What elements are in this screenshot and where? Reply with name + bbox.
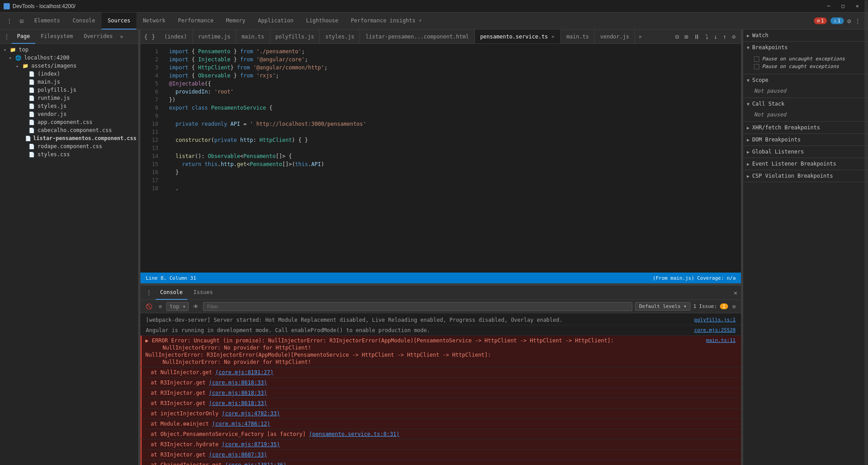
filter-toggle-icon[interactable]: ⊘ bbox=[157, 303, 164, 311]
section-call-stack-header[interactable]: ▼ Call Stack bbox=[743, 98, 868, 110]
tab-sources[interactable]: Sources bbox=[102, 13, 137, 30]
more-tabs-button[interactable]: » bbox=[635, 34, 645, 40]
section-global-header[interactable]: ▶ Global Listeners bbox=[743, 146, 868, 158]
tree-item-cabecalho-css[interactable]: ▸ 📄 cabecalho.component.css bbox=[0, 126, 138, 134]
eye-icon[interactable]: 👁 bbox=[191, 303, 200, 311]
tree-item-listar-css[interactable]: ▸ 📄 listar-pensamentos.component.css bbox=[0, 134, 138, 142]
format-button[interactable]: { } bbox=[140, 33, 159, 40]
xhr-label: XHR/fetch Breakpoints bbox=[752, 124, 820, 131]
pause-icon[interactable]: ⏸ bbox=[692, 32, 702, 41]
tree-item-styles-js[interactable]: ▸ 📄 styles.js bbox=[0, 102, 138, 110]
tab-network[interactable]: Network bbox=[136, 13, 172, 30]
tree-item-app-css[interactable]: ▸ 📄 app.component.css bbox=[0, 118, 138, 126]
tab-performance[interactable]: Performance bbox=[172, 13, 220, 30]
tree-item-vendor-js[interactable]: ▸ 📄 vendor.js bbox=[0, 110, 138, 118]
console-line-right-polyfills[interactable]: polyfills.js:1 bbox=[694, 316, 736, 324]
close-pensamento-tab[interactable]: ✕ bbox=[550, 34, 555, 39]
link-core-8618-1[interactable]: (core.mjs:8618:33) bbox=[209, 380, 267, 386]
step-over-icon[interactable]: ⤵ bbox=[703, 32, 710, 41]
link-core-8607[interactable]: (core.mjs:8607:33) bbox=[209, 452, 267, 458]
console-settings-icon[interactable]: ⚙ bbox=[731, 303, 737, 311]
editor-tab-runtime[interactable]: runtime.js bbox=[193, 30, 236, 44]
section-dom-header[interactable]: ▶ DOM Breakpoints bbox=[743, 134, 868, 145]
main-tab-bar: ⋮ ⊡ Elements Console Sources Network Per… bbox=[0, 13, 868, 30]
error-expand-icon[interactable]: ▶ bbox=[145, 337, 152, 344]
more-subtabs[interactable]: » bbox=[118, 34, 125, 40]
tree-item-assets[interactable]: ▸ 📁 assets/imagens bbox=[0, 62, 138, 70]
tree-item-rodape-css[interactable]: ▸ 📄 rodape.component.css bbox=[0, 142, 138, 150]
tree-item-index[interactable]: ▸ 📄 (index) bbox=[0, 70, 138, 78]
subtab-filesystem[interactable]: Filesystem bbox=[35, 30, 78, 44]
section-watch-header[interactable]: ▶ Watch bbox=[743, 30, 868, 41]
step-out-icon[interactable]: ↑ bbox=[721, 32, 728, 41]
tab-elements[interactable]: Elements bbox=[28, 13, 66, 30]
tab-console[interactable]: Console bbox=[66, 13, 102, 30]
breakpoint-uncaught-checkbox[interactable] bbox=[754, 56, 759, 62]
inspector-icon[interactable]: ⊡ bbox=[17, 17, 26, 25]
tree-item-polyfills[interactable]: ▸ 📄 polyfills.js bbox=[0, 86, 138, 94]
section-scope-header[interactable]: ▼ Scope bbox=[743, 74, 868, 86]
split-editor-icon[interactable]: ⊟ bbox=[673, 32, 681, 41]
clear-console-icon[interactable]: 🚫 bbox=[144, 303, 154, 311]
section-event-header[interactable]: ▶ Event Listener Breakpoints bbox=[743, 158, 868, 170]
tree-item-top[interactable]: ▾ 📁 top bbox=[0, 46, 138, 54]
tab-console-bottom[interactable]: Console bbox=[156, 286, 187, 300]
link-core-4786[interactable]: (core.mjs:4786:12) bbox=[212, 421, 270, 427]
editor-tab-main[interactable]: main.ts bbox=[236, 30, 270, 44]
subtab-overrides[interactable]: Overrides bbox=[78, 30, 118, 44]
editor-tab-vendor[interactable]: vendor.js bbox=[595, 30, 635, 44]
tab-lighthouse[interactable]: Lighthouse bbox=[300, 13, 344, 30]
layout-icon[interactable]: ⊞ bbox=[682, 32, 690, 41]
left-panel-menu[interactable]: ⋮ bbox=[2, 33, 12, 40]
editor-tab-styles-js[interactable]: styles.js bbox=[320, 30, 360, 44]
tab-application[interactable]: Application bbox=[252, 13, 300, 30]
step-into-icon[interactable]: ↓ bbox=[712, 32, 719, 41]
tree-item-localhost[interactable]: ▾ 🌐 localhost:4200 bbox=[0, 54, 138, 62]
editor-tab-pensamento-service[interactable]: pensamento.service.ts ✕ bbox=[475, 30, 561, 44]
code-content[interactable]: import { Pensamento } from './pensamento… bbox=[162, 44, 741, 273]
console-panel-menu[interactable]: ⋮ bbox=[144, 289, 154, 296]
tree-item-runtime[interactable]: ▸ 📄 runtime.js bbox=[0, 94, 138, 102]
more-icon[interactable]: ⋮ bbox=[855, 17, 861, 25]
context-selector[interactable]: top ▾ bbox=[166, 302, 189, 311]
link-core-13811[interactable]: (core.mjs:13811:36) bbox=[225, 462, 286, 465]
right-panel: ▶ Watch ▼ Breakpoints Pause on uncaught … bbox=[743, 30, 868, 465]
editor-tab-listar[interactable]: listar-pensamen...component.html bbox=[360, 30, 474, 44]
editor-tab-index[interactable]: (index) bbox=[159, 30, 193, 44]
breakpoint-caught-checkbox[interactable] bbox=[754, 64, 759, 69]
section-csp-header[interactable]: ▶ CSP Violation Breakpoints bbox=[743, 170, 868, 182]
tab-memory[interactable]: Memory bbox=[220, 13, 251, 30]
tree-item-styles-css[interactable]: ▸ 📄 styles.css bbox=[0, 150, 138, 158]
breakpoints-arrow-icon: ▼ bbox=[747, 45, 749, 50]
link-core-8719[interactable]: (core.mjs:8719:35) bbox=[222, 441, 280, 448]
console-line-right-core[interactable]: core.mjs:25520 bbox=[694, 327, 736, 334]
link-core-4782[interactable]: (core.mjs:4782:33) bbox=[222, 410, 280, 417]
console-line-right-main[interactable]: main.ts:11 bbox=[706, 337, 736, 344]
close-button[interactable]: ✕ bbox=[850, 0, 864, 13]
link-core-8191[interactable]: (core.mjs:8191:27) bbox=[216, 369, 274, 375]
editor-tab-polyfills[interactable]: polyfills.js bbox=[270, 30, 320, 44]
deactivate-breakpoints-icon[interactable]: ⊘ bbox=[730, 32, 737, 41]
editor-tab-main-ts[interactable]: main.ts bbox=[561, 30, 595, 44]
console-panel: ⋮ Console Issues ✕ 🚫 ⊘ top ▾ 👁 Default l… bbox=[140, 285, 741, 465]
console-filter-input[interactable] bbox=[203, 302, 632, 311]
link-core-8618-2[interactable]: (core.mjs:8618:33) bbox=[209, 390, 267, 396]
stack-trace-line-9: at R3Injector.get (core.mjs:8607:33) bbox=[140, 450, 741, 460]
console-levels-select[interactable]: Default levels ▾ bbox=[635, 302, 690, 311]
subtab-page[interactable]: Page bbox=[12, 30, 35, 44]
section-breakpoints-header[interactable]: ▼ Breakpoints bbox=[743, 42, 868, 53]
link-core-8618-3[interactable]: (core.mjs:8618:33) bbox=[209, 400, 267, 406]
maximize-button[interactable]: □ bbox=[836, 0, 850, 13]
breakpoints-label: Breakpoints bbox=[752, 44, 788, 51]
devtools-menu-icon[interactable]: ⋮ bbox=[4, 17, 15, 25]
settings-icon[interactable]: ⚙ bbox=[847, 17, 851, 25]
top-right-controls: ⊘1 ⚠1 ⚙ ⋮ bbox=[810, 17, 864, 25]
link-pensamento-service[interactable]: (pensamento.service.ts:8:31) bbox=[309, 431, 399, 437]
console-close-icon[interactable]: ✕ bbox=[734, 289, 737, 296]
section-xhr-header[interactable]: ▶ XHR/fetch Breakpoints bbox=[743, 122, 868, 133]
tab-issues[interactable]: Issues bbox=[189, 286, 217, 300]
tree-item-main-js[interactable]: ▸ 📄 main.js bbox=[0, 78, 138, 86]
tab-perf-insights[interactable]: Performance insights ⚡ bbox=[345, 13, 428, 30]
editor-tab-icons: ⊟ ⊞ ⏸ ⤵ ↓ ↑ ⊘ bbox=[670, 32, 741, 41]
minimize-button[interactable]: ─ bbox=[821, 0, 836, 13]
